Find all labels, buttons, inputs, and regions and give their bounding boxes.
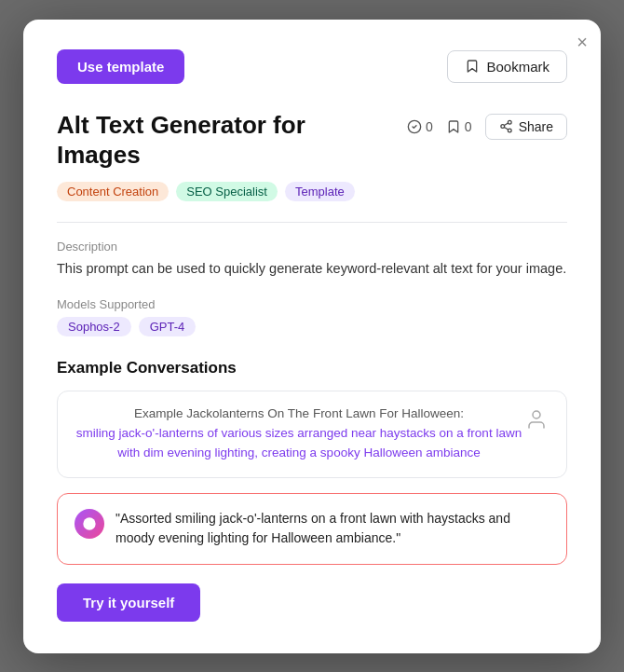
modal-top-bar: Use template Bookmark (57, 49, 567, 84)
tag-seo-specialist[interactable]: SEO Specialist (176, 182, 278, 201)
bookmark-count: 0 (465, 119, 472, 134)
try-it-yourself-button[interactable]: Try it yourself (57, 583, 200, 622)
svg-line-5 (504, 123, 508, 125)
divider (57, 222, 567, 223)
model-tag-gpt4: GPT-4 (139, 317, 197, 336)
response-box: "Assorted smiling jack-o'-lanterns on a … (57, 493, 567, 565)
like-icon (407, 119, 422, 134)
bookmark-label: Bookmark (486, 59, 549, 75)
conversation-content: Example Jackolanterns On The Front Lawn … (75, 406, 523, 462)
like-count-group: 0 (407, 119, 433, 134)
user-icon (525, 408, 548, 431)
description-text: This prompt can be used to quickly gener… (57, 259, 567, 280)
example-conversations-heading: Example Conversations (57, 359, 567, 377)
close-button[interactable]: × (577, 33, 588, 51)
tag-template[interactable]: Template (285, 182, 355, 201)
bookmark-icon (465, 59, 480, 74)
share-button[interactable]: Share (485, 114, 567, 140)
share-label: Share (519, 119, 553, 134)
model-tags: Sophos-2 GPT-4 (57, 317, 567, 336)
use-template-button[interactable]: Use template (57, 49, 184, 84)
tags-container: Content Creation SEO Specialist Template (57, 182, 567, 201)
conversation-link[interactable]: smiling jack-o'-lanterns of various size… (75, 424, 523, 462)
bookmark-count-group: 0 (446, 119, 472, 134)
conversation-prompt: Example Jackolanterns On The Front Lawn … (75, 406, 523, 420)
title-row: Alt Text Generator for Images 0 0 (57, 110, 567, 171)
modal-container: × Use template Bookmark Alt Text Generat… (23, 20, 601, 653)
modal-title: Alt Text Generator for Images (57, 110, 373, 171)
ai-sparkle-icon (82, 516, 97, 531)
svg-point-6 (533, 411, 540, 418)
bookmark-button[interactable]: Bookmark (447, 50, 567, 83)
ai-icon (75, 509, 104, 539)
like-count: 0 (426, 119, 433, 134)
conversation-box: Example Jackolanterns On The Front Lawn … (57, 391, 567, 478)
bookmark-count-icon (446, 119, 461, 134)
model-tag-sophos: Sophos-2 (57, 317, 131, 336)
svg-line-4 (504, 127, 508, 129)
description-label: Description (57, 240, 567, 254)
overlay: × Use template Bookmark Alt Text Generat… (0, 0, 624, 672)
share-icon (499, 119, 513, 133)
conversation-header: Example Jackolanterns On The Front Lawn … (75, 406, 549, 462)
tag-content-creation[interactable]: Content Creation (57, 182, 169, 201)
meta-actions: 0 0 Share (407, 114, 567, 140)
models-label: Models Supported (57, 297, 567, 311)
models-section: Models Supported Sophos-2 GPT-4 (57, 297, 567, 336)
user-icon-area (523, 406, 549, 432)
response-text: "Assorted smiling jack-o'-lanterns on a … (115, 509, 549, 549)
